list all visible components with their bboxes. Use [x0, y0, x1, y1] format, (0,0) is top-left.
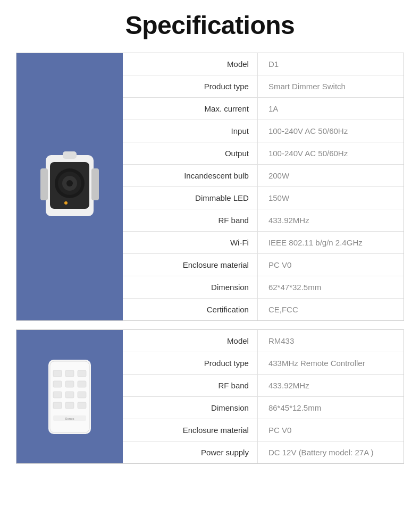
svg-point-5 [66, 180, 73, 186]
spec-card-dimmer: ModelD1Product typeSmart Dimmer SwitchMa… [16, 53, 404, 321]
table-row: Product typeSmart Dimmer Switch [123, 75, 404, 98]
spec-value: IEEE 802.11 b/g/n 2.4GHz [257, 232, 404, 254]
svg-rect-22 [65, 402, 74, 409]
svg-rect-17 [78, 381, 86, 387]
product-image-dimmer [16, 53, 123, 320]
spec-value: 433.92MHz [257, 375, 404, 397]
spec-label: Certification [123, 299, 257, 321]
table-row: Enclosure materialPC V0 [123, 254, 404, 276]
product-image-remote: Sonos [16, 330, 123, 463]
spec-value: 62*47*32.5mm [257, 276, 404, 299]
spec-value: PC V0 [257, 419, 404, 441]
table-row: Wi-FiIEEE 802.11 b/g/n 2.4GHz [123, 232, 404, 254]
svg-rect-16 [65, 381, 74, 387]
spec-label: Incandescent bulb [123, 165, 257, 187]
spec-value: 433.92MHz [257, 209, 404, 232]
table-row: RF band433.92MHz [123, 209, 404, 232]
spec-label: Model [123, 330, 257, 352]
table-row: Power supplyDC 12V (Battery model: 27A ) [123, 441, 404, 464]
spec-table-remote: ModelRM433Product type433MHz Remote Cont… [123, 330, 404, 463]
table-row: Input100-240V AC 50/60Hz [123, 120, 404, 142]
spec-value: 150W [257, 187, 404, 209]
table-row: RF band433.92MHz [123, 375, 404, 397]
table-row: Dimension86*45*12.5mm [123, 397, 404, 419]
svg-rect-8 [91, 168, 99, 200]
table-row: ModelRM433 [123, 330, 404, 352]
spec-label: Max. current [123, 98, 257, 120]
svg-rect-13 [65, 370, 74, 377]
spec-value: 1A [257, 98, 404, 120]
table-row: Dimmable LED150W [123, 187, 404, 209]
svg-rect-20 [78, 392, 86, 398]
spec-value: Smart Dimmer Switch [257, 75, 404, 98]
spec-table-dimmer: ModelD1Product typeSmart Dimmer SwitchMa… [123, 53, 404, 320]
table-row: Product type433MHz Remote Controller [123, 352, 404, 375]
spec-value: CE,FCC [257, 299, 404, 321]
spec-card-remote: Sonos ModelRM433Product type433MHz Remot… [16, 329, 404, 464]
spec-value: D1 [257, 53, 404, 75]
spec-label: Power supply [123, 441, 257, 464]
spec-value: RM433 [257, 330, 404, 352]
spec-value: 86*45*12.5mm [257, 397, 404, 419]
spec-label: Product type [123, 75, 257, 98]
svg-rect-6 [63, 151, 77, 159]
table-row: Dimension62*47*32.5mm [123, 276, 404, 299]
table-row: Incandescent bulb200W [123, 165, 404, 187]
svg-text:Sonos: Sonos [65, 417, 74, 420]
spec-value: 433MHz Remote Controller [257, 352, 404, 375]
table-row: ModelD1 [123, 53, 404, 75]
spec-label: Dimmable LED [123, 187, 257, 209]
spec-label: RF band [123, 209, 257, 232]
spec-label: Model [123, 53, 257, 75]
spec-label: Enclosure material [123, 254, 257, 276]
spec-label: Product type [123, 352, 257, 375]
page-title: Specifications [16, 11, 404, 40]
spec-label: Dimension [123, 397, 257, 419]
svg-rect-23 [78, 402, 86, 409]
svg-rect-19 [65, 392, 74, 398]
spec-value: 200W [257, 165, 404, 187]
svg-rect-7 [40, 168, 48, 200]
svg-rect-21 [53, 402, 62, 409]
spec-label: Output [123, 142, 257, 165]
table-row: Enclosure materialPC V0 [123, 419, 404, 441]
svg-rect-18 [53, 392, 62, 398]
svg-rect-12 [53, 370, 62, 377]
table-row: Output100-240V AC 50/60Hz [123, 142, 404, 165]
spec-value: PC V0 [257, 254, 404, 276]
table-row: Max. current1A [123, 98, 404, 120]
spec-value: DC 12V (Battery model: 27A ) [257, 441, 404, 464]
spec-label: RF band [123, 375, 257, 397]
svg-rect-14 [78, 370, 86, 377]
spec-value: 100-240V AC 50/60Hz [257, 142, 404, 165]
spec-label: Enclosure material [123, 419, 257, 441]
spec-label: Input [123, 120, 257, 142]
spec-label: Wi-Fi [123, 232, 257, 254]
svg-rect-15 [53, 381, 62, 387]
spec-value: 100-240V AC 50/60Hz [257, 120, 404, 142]
svg-point-9 [64, 201, 68, 205]
spec-label: Dimension [123, 276, 257, 299]
table-row: CertificationCE,FCC [123, 299, 404, 321]
